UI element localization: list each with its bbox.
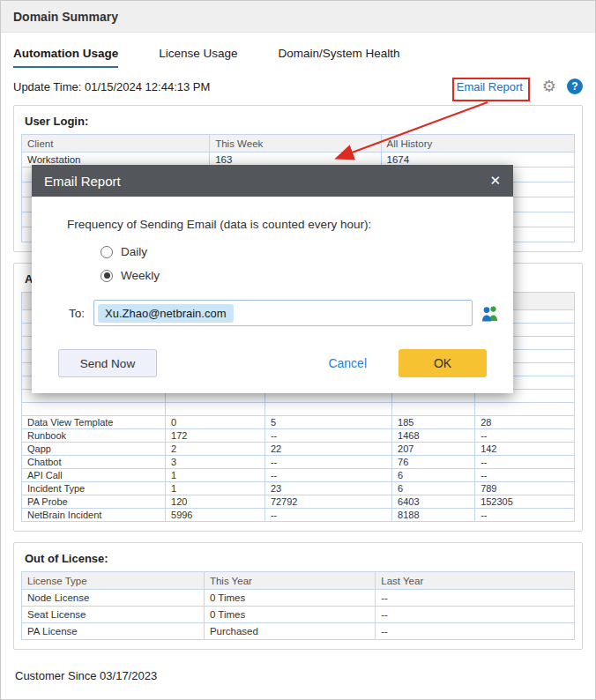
table-cell: -- bbox=[475, 509, 575, 522]
table-cell: 172 bbox=[166, 429, 265, 443]
table-cell: -- bbox=[264, 509, 391, 522]
radio-option-weekly[interactable]: Weekly bbox=[101, 269, 513, 282]
tab-license-usage[interactable]: License Usage bbox=[159, 47, 237, 68]
table-cell: -- bbox=[264, 469, 391, 482]
table-row: Chatbot3--76-- bbox=[22, 456, 575, 469]
table-cell: 3 bbox=[166, 456, 265, 469]
table-row: Data View Template0518528 bbox=[22, 416, 575, 429]
table-cell: Runbook bbox=[22, 429, 166, 443]
table-cell: Node License bbox=[22, 590, 205, 607]
table-cell: -- bbox=[264, 429, 391, 443]
radio-label-weekly[interactable]: Weekly bbox=[121, 269, 160, 282]
out-of-license-table: License Type This Year Last Year Node Li… bbox=[21, 571, 575, 640]
table-header-row: License Type This Year Last Year bbox=[22, 572, 575, 590]
select-users-icon[interactable] bbox=[481, 305, 500, 322]
frequency-label: Frequency of Sending Email (data is coun… bbox=[67, 218, 513, 231]
table-cell: 22 bbox=[264, 443, 391, 456]
table-row: PA LicensePurchased-- bbox=[22, 623, 575, 640]
table-cell: NetBrain Incident bbox=[22, 509, 166, 522]
table-cell: 76 bbox=[392, 456, 475, 469]
table-row: Incident Type1236789 bbox=[22, 482, 575, 495]
close-icon[interactable]: ✕ bbox=[489, 173, 501, 189]
customer-since-label: Customer Since 03/17/2023 bbox=[1, 660, 595, 682]
ok-button[interactable]: OK bbox=[399, 349, 487, 377]
table-cell: 120 bbox=[166, 495, 265, 509]
recipient-row: To: Xu.Zhao@netbrain.com bbox=[69, 300, 513, 326]
table-row: Runbook172--1468-- bbox=[22, 429, 575, 443]
send-now-button[interactable]: Send Now bbox=[58, 349, 157, 377]
recipient-chip[interactable]: Xu.Zhao@netbrain.com bbox=[98, 304, 234, 323]
table-cell: 5 bbox=[264, 416, 391, 429]
table-cell: -- bbox=[264, 456, 391, 469]
table-cell: 6 bbox=[392, 482, 475, 495]
table-row: NetBrain Incident5996--8188-- bbox=[22, 509, 575, 522]
out-of-license-section: Out of License: License Type This Year L… bbox=[13, 542, 583, 650]
table-cell: API Call bbox=[22, 469, 166, 482]
tab-bar: Automation Usage License Usage Domain/Sy… bbox=[1, 33, 595, 68]
dialog-title-bar: Email Report ✕ bbox=[32, 165, 513, 197]
table-cell: 6403 bbox=[392, 495, 475, 509]
table-cell: 152305 bbox=[475, 495, 575, 509]
to-label: To: bbox=[69, 307, 85, 320]
table-row: Node License0 Times-- bbox=[22, 590, 575, 607]
update-time-label: Update Time: 01/15/2024 12:44:13 PM bbox=[13, 80, 210, 93]
table-cell: 1 bbox=[166, 469, 265, 482]
table-row-obscured bbox=[22, 403, 575, 416]
recipient-input[interactable]: Xu.Zhao@netbrain.com bbox=[93, 300, 473, 326]
column-header-last-year: Last Year bbox=[376, 572, 575, 590]
help-icon[interactable]: ? bbox=[567, 78, 583, 94]
table-cell: 23 bbox=[264, 482, 391, 495]
table-cell: Seat License bbox=[22, 607, 205, 623]
table-cell: -- bbox=[475, 469, 575, 482]
table-row: API Call1--6-- bbox=[22, 469, 575, 482]
table-cell: -- bbox=[475, 456, 575, 469]
table-cell bbox=[392, 403, 475, 416]
radio-icon-daily[interactable] bbox=[101, 246, 113, 258]
table-cell: Chatbot bbox=[22, 456, 166, 469]
table-cell: -- bbox=[376, 590, 575, 607]
table-cell bbox=[22, 403, 166, 416]
table-cell: 72792 bbox=[264, 495, 391, 509]
table-cell: PA Probe bbox=[22, 495, 166, 509]
table-cell: 0 bbox=[166, 416, 265, 429]
gear-icon[interactable]: ⚙ bbox=[542, 78, 556, 94]
dialog-buttons: Send Now Cancel OK bbox=[58, 349, 487, 377]
email-report-link[interactable]: Email Report bbox=[457, 80, 523, 93]
table-cell: 1468 bbox=[392, 429, 475, 443]
dialog-body: Frequency of Sending Email (data is coun… bbox=[32, 218, 513, 393]
table-cell: 6 bbox=[392, 469, 475, 482]
table-cell: -- bbox=[376, 623, 575, 640]
table-cell bbox=[166, 403, 265, 416]
table-cell: 8188 bbox=[392, 509, 475, 522]
user-login-title: User Login: bbox=[25, 115, 575, 128]
column-header-this-week: This Week bbox=[210, 135, 381, 153]
table-cell: Qapp bbox=[22, 443, 166, 456]
window-title-bar: Domain Summary bbox=[1, 1, 595, 33]
toolbar: Update Time: 01/15/2024 12:44:13 PM Emai… bbox=[1, 68, 595, 105]
table-cell: -- bbox=[376, 607, 575, 623]
email-report-dialog: Email Report ✕ Frequency of Sending Emai… bbox=[32, 165, 513, 393]
table-cell: 207 bbox=[392, 443, 475, 456]
column-header-client: Client bbox=[22, 135, 210, 153]
table-cell: PA License bbox=[22, 623, 205, 640]
out-of-license-title: Out of License: bbox=[25, 552, 575, 565]
tab-domain-system-health[interactable]: Domain/System Health bbox=[279, 47, 400, 68]
tab-automation-usage[interactable]: Automation Usage bbox=[13, 47, 118, 68]
column-header-license-type: License Type bbox=[22, 572, 205, 590]
table-cell: 789 bbox=[475, 482, 575, 495]
table-cell: 185 bbox=[392, 416, 475, 429]
page-title: Domain Summary bbox=[13, 10, 118, 24]
table-header-row: Client This Week All History bbox=[22, 135, 575, 153]
table-cell: 0 Times bbox=[204, 607, 375, 623]
table-cell: 142 bbox=[475, 443, 575, 456]
cancel-button[interactable]: Cancel bbox=[328, 356, 367, 370]
table-cell bbox=[475, 403, 575, 416]
table-cell: Incident Type bbox=[22, 482, 166, 495]
table-cell: 2 bbox=[166, 443, 265, 456]
column-header-this-year: This Year bbox=[204, 572, 375, 590]
radio-option-daily[interactable]: Daily bbox=[101, 245, 513, 258]
domain-summary-page: Domain Summary Automation Usage License … bbox=[0, 0, 596, 700]
radio-icon-weekly-selected[interactable] bbox=[101, 270, 113, 282]
table-row: PA Probe120727926403152305 bbox=[22, 495, 575, 509]
radio-label-daily[interactable]: Daily bbox=[121, 245, 147, 258]
